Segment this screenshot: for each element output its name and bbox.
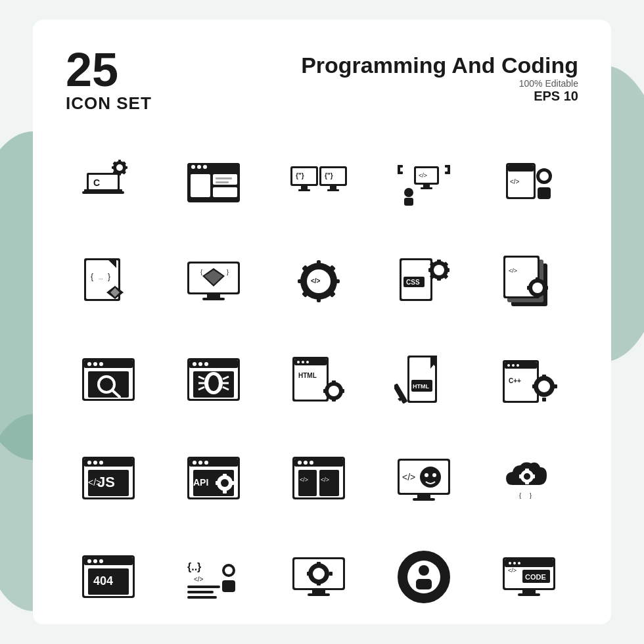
svg-rect-163	[542, 398, 546, 402]
header-right: Programming And Coding 100% Editable EPS…	[301, 46, 578, 104]
svg-point-156	[507, 364, 510, 367]
svg-rect-43	[404, 198, 413, 206]
svg-point-123	[204, 362, 208, 366]
svg-rect-54	[538, 187, 551, 199]
svg-rect-32	[330, 186, 336, 189]
icon-remote-coding: </>	[381, 140, 467, 225]
icon-code-browser-dual: </> </>	[276, 436, 361, 521]
svg-rect-111	[84, 360, 133, 368]
svg-rect-187	[216, 481, 219, 485]
icon-api-settings: API	[171, 436, 256, 521]
svg-point-122	[198, 362, 202, 366]
html-settings-icon: HTML	[289, 350, 348, 409]
svg-rect-227	[187, 596, 217, 599]
svg-text:{..}: {..}	[187, 561, 201, 572]
developer-profile-icon: </>	[499, 153, 559, 212]
svg-rect-105	[536, 277, 540, 281]
svg-rect-253	[505, 559, 553, 567]
monitor-face-icon: </>	[394, 449, 453, 508]
svg-point-138	[306, 361, 309, 363]
svg-point-137	[302, 361, 304, 363]
icon-js-browser: JS </>	[66, 436, 151, 521]
svg-rect-20	[191, 174, 210, 197]
svg-text:</>: </>	[194, 576, 204, 583]
svg-text:{..}: {..}	[313, 570, 321, 577]
svg-rect-8	[118, 172, 121, 175]
svg-rect-22	[213, 187, 237, 197]
svg-point-171	[99, 461, 103, 465]
svg-point-42	[404, 188, 413, 197]
js-browser-icon: JS </>	[79, 449, 138, 508]
html-bookmark-icon: HTML	[394, 350, 453, 409]
svg-rect-168	[84, 459, 133, 467]
svg-point-136	[297, 361, 300, 363]
icon-monitor-face: </>	[381, 436, 467, 521]
monitor-gear-code-icon: {..}	[289, 547, 348, 607]
svg-text:HTML: HTML	[298, 372, 317, 379]
web-layout-icon	[184, 153, 243, 212]
svg-text:C: C	[93, 177, 100, 188]
svg-rect-33	[327, 189, 339, 191]
svg-rect-217	[84, 557, 133, 565]
svg-rect-230	[222, 580, 235, 592]
svg-point-19	[203, 165, 207, 169]
svg-text:C++: C++	[509, 377, 521, 384]
svg-text:...: ...	[99, 275, 103, 281]
svg-rect-9	[112, 166, 115, 169]
svg-rect-28	[298, 189, 310, 191]
svg-rect-245	[422, 551, 426, 557]
svg-rect-151	[394, 383, 407, 404]
svg-rect-143	[332, 398, 336, 402]
remote-coding-icon: </>	[394, 153, 453, 212]
icon-cloud-gear: { }	[486, 436, 572, 521]
svg-rect-107	[527, 286, 530, 290]
404-browser-icon: 404	[79, 547, 138, 607]
svg-text:</>: </>	[402, 472, 415, 482]
svg-rect-92	[428, 268, 432, 272]
svg-point-170	[93, 461, 97, 465]
svg-point-206	[432, 473, 436, 477]
svg-point-218	[87, 559, 91, 563]
svg-point-121	[193, 362, 196, 366]
svg-rect-106	[536, 294, 540, 298]
icon-monitor-gear-code: {..}	[276, 534, 361, 620]
svg-rect-7	[118, 160, 121, 163]
svg-rect-201	[417, 495, 430, 498]
svg-rect-239	[307, 572, 310, 576]
svg-rect-237	[317, 562, 321, 565]
svg-text:}: }	[108, 272, 110, 281]
svg-text:{: {	[91, 272, 93, 281]
svg-rect-212	[532, 474, 535, 478]
svg-text:CSS: CSS	[406, 279, 420, 286]
svg-text:</>: </>	[509, 267, 517, 274]
svg-rect-186	[223, 490, 227, 494]
svg-point-254	[509, 562, 511, 564]
svg-rect-165	[553, 384, 557, 388]
svg-rect-177	[189, 459, 238, 467]
svg-point-89	[434, 265, 444, 275]
developer-code-icon: {..} </>	[184, 547, 243, 607]
layers-gear-icon: </>	[499, 252, 559, 311]
icon-set-label: ICON SET	[66, 93, 152, 114]
svg-rect-40	[423, 185, 430, 187]
svg-point-193	[304, 461, 308, 465]
svg-rect-162	[542, 375, 546, 379]
svg-rect-145	[341, 389, 344, 393]
svg-point-220	[99, 559, 103, 563]
svg-rect-250	[416, 579, 432, 589]
svg-point-112	[87, 362, 91, 366]
svg-rect-164	[532, 384, 536, 388]
svg-rect-142	[332, 380, 336, 384]
svg-rect-91	[437, 277, 441, 281]
svg-point-184	[221, 479, 229, 487]
svg-point-208	[524, 473, 530, 480]
svg-text:</>: </>	[510, 178, 520, 185]
svg-point-180	[204, 461, 208, 465]
svg-text:</>: </>	[321, 476, 329, 483]
svg-text:</>: </>	[508, 567, 517, 574]
svg-rect-238	[317, 582, 321, 586]
svg-text:HTML: HTML	[413, 383, 429, 390]
svg-rect-246	[422, 597, 426, 603]
svg-rect-240	[329, 572, 333, 576]
svg-text:{"}: {"}	[296, 172, 304, 179]
